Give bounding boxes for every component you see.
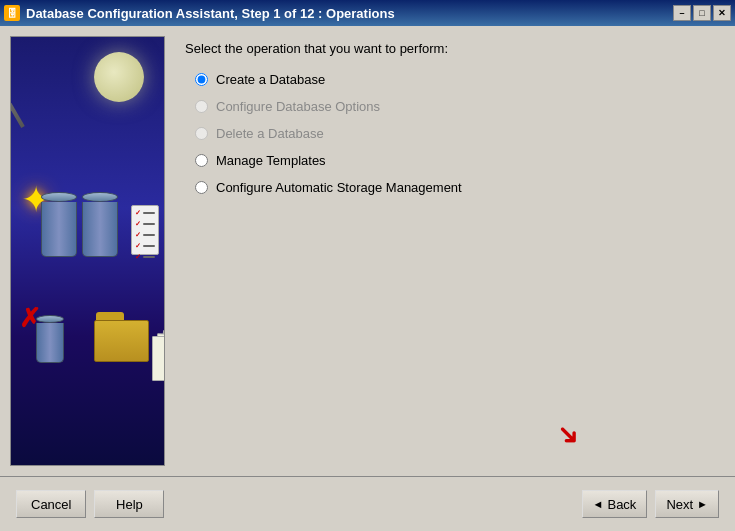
label-configure-options: Configure Database Options [216,99,380,114]
wand-decoration [10,65,25,128]
cancel-button[interactable]: Cancel [16,490,86,518]
content-area: ✦ ✓ ✓ [0,26,735,476]
check-line-5 [143,256,155,258]
check-mark-3: ✓ [135,231,141,239]
titlebar: 🗄 Database Configuration Assistant, Step… [0,0,735,26]
main-content: ✦ ✓ ✓ [0,26,735,531]
checklist-item-5: ✓ [135,253,155,261]
cylinders-group [41,192,118,257]
check-line-3 [143,234,155,236]
cylinder-2 [82,192,118,257]
cylinder-top-2 [82,192,118,202]
next-button[interactable]: Next ► [655,490,719,518]
checklist-item-1: ✓ [135,209,155,217]
back-label: Back [607,497,636,512]
next-label: Next [666,497,693,512]
radio-options-list: Create a Database Configure Database Opt… [195,72,715,195]
moon-decoration [94,52,144,102]
titlebar-title: Database Configuration Assistant, Step 1… [26,6,395,21]
radio-manage-templates[interactable] [195,154,208,167]
option-delete-database[interactable]: Delete a Database [195,126,715,141]
delete-cylinder [36,315,64,363]
small-cylinder-top [36,315,64,323]
illustration-panel: ✦ ✓ ✓ [10,36,165,466]
check-mark-1: ✓ [135,209,141,217]
folder-decoration [94,312,154,362]
option-manage-templates[interactable]: Manage Templates [195,153,715,168]
check-line-1 [143,212,155,214]
minimize-button[interactable]: – [673,5,691,21]
cylinder-top-1 [41,192,77,202]
option-configure-asm[interactable]: Configure Automatic Storage Management [195,180,715,195]
option-create-database[interactable]: Create a Database [195,72,715,87]
bottom-bar: Cancel Help ◄ Back Next ► [0,476,735,531]
label-configure-asm: Configure Automatic Storage Management [216,180,462,195]
help-button[interactable]: Help [94,490,164,518]
check-mark-5: ✓ [135,253,141,261]
small-cylinder-body [36,323,64,363]
label-create-database: Create a Database [216,72,325,87]
checklist-decoration: ✓ ✓ ✓ ✓ ✓ [131,205,159,255]
checklist-item-4: ✓ [135,242,155,250]
options-panel: Select the operation that you want to pe… [175,36,725,466]
close-button[interactable]: ✕ [713,5,731,21]
bottom-left-buttons: Cancel Help [16,490,164,518]
checklist-item-2: ✓ [135,220,155,228]
doc-3 [152,336,165,381]
titlebar-controls[interactable]: – □ ✕ [673,5,731,21]
instruction-text: Select the operation that you want to pe… [185,41,715,56]
folder-body [94,320,149,362]
check-mark-2: ✓ [135,220,141,228]
radio-create-database[interactable] [195,73,208,86]
radio-delete-database[interactable] [195,127,208,140]
radio-configure-asm[interactable] [195,181,208,194]
label-delete-database: Delete a Database [216,126,324,141]
check-line-2 [143,223,155,225]
label-manage-templates: Manage Templates [216,153,326,168]
check-line-4 [143,245,155,247]
check-mark-4: ✓ [135,242,141,250]
app-icon: 🗄 [4,5,20,21]
folder-tab [96,312,124,320]
cylinder-body-2 [82,202,118,257]
checklist-item-3: ✓ [135,231,155,239]
titlebar-left: 🗄 Database Configuration Assistant, Step… [4,5,395,21]
bottom-right-buttons: ◄ Back Next ► [582,490,719,518]
next-arrow-icon: ► [697,498,708,510]
cylinder-body-1 [41,202,77,257]
small-cylinder [36,315,64,363]
radio-configure-options[interactable] [195,100,208,113]
maximize-button[interactable]: □ [693,5,711,21]
cylinder-1 [41,192,77,257]
back-arrow-icon: ◄ [593,498,604,510]
back-button[interactable]: ◄ Back [582,490,648,518]
option-configure-options[interactable]: Configure Database Options [195,99,715,114]
